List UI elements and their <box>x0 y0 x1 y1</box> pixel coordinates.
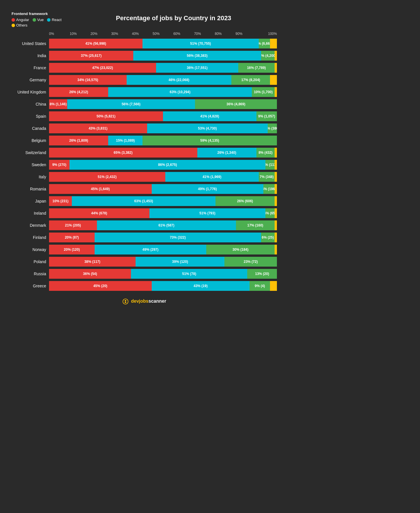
bar-segment-vue: 9% (1,057) <box>256 111 277 121</box>
bar-segment-vue: 30% (184) <box>206 245 275 254</box>
bar-segment-vue: 4% (65) <box>265 208 275 218</box>
bar-segment-angular: 36% (54) <box>49 269 131 279</box>
legend-others: Others <box>12 23 27 27</box>
country-label: Ireland <box>12 211 49 216</box>
bar-segment-others <box>275 220 277 230</box>
bar-segment-others <box>275 148 277 158</box>
bar-segment-others <box>270 281 277 291</box>
country-label: Belgium <box>12 138 49 143</box>
legend-angular: Angular <box>12 18 29 22</box>
bar-segment-react: 49% (297) <box>95 245 206 254</box>
x-axis: 0%10%20%30%40%50%60%70%80%90%100% <box>49 32 277 36</box>
bars-container: United States41% (56,998)51% (70,755)5% … <box>12 38 277 293</box>
country-label: United States <box>12 41 49 46</box>
bar-segment-vue: 36% (4,869) <box>195 99 277 109</box>
bar-row: Italy51% (2,432)41% (1,969)7% (348) <box>12 171 277 182</box>
bar-segment-others <box>275 63 277 73</box>
vue-dot <box>33 18 36 22</box>
bar-track: 20% (87)73% (322)6% (25) <box>49 233 277 242</box>
legend-row-1: Angular Vue React <box>12 18 61 22</box>
bar-row: Russia36% (54)51% (78)13% (20) <box>12 268 277 279</box>
bar-track: 50% (5,821)41% (4,828)9% (1,057) <box>49 111 277 121</box>
legend: Frontend framework Angular Vue React <box>12 12 61 27</box>
brand-suffix: scanner <box>149 299 166 304</box>
bar-track: 26% (1,809)15% (1,089)59% (4,135) <box>49 136 277 145</box>
bar-track: 36% (54)51% (78)13% (20) <box>49 269 277 279</box>
bar-segment-react: 43% (19) <box>152 281 250 291</box>
country-label: Switzerland <box>12 150 49 155</box>
bar-track: 45% (20)43% (19)9% (4) <box>49 281 277 291</box>
bar-segment-react: 41% (4,828) <box>163 111 256 121</box>
footer: devjobsscanner <box>12 298 277 305</box>
bar-segment-angular: 65% (3,382) <box>49 148 197 158</box>
brand-name: devjobs <box>131 299 148 304</box>
bar-row: Germany34% (16,575)46% (22,068)17% (8,20… <box>12 74 277 85</box>
bar-segment-angular: 10% (231) <box>49 196 72 206</box>
bar-row: United States41% (56,998)51% (70,755)5% … <box>12 38 277 49</box>
bar-segment-react: 73% (322) <box>95 233 261 242</box>
x-tick-5: 50% <box>153 32 173 36</box>
bar-segment-vue: 8% (432) <box>256 148 275 158</box>
bar-row: China8% (1,146)56% (7,566)36% (4,869) <box>12 99 277 110</box>
bar-segment-others <box>270 75 277 85</box>
bar-segment-vue: 13% (20) <box>247 269 277 279</box>
bar-segment-react: 15% (1,089) <box>108 136 142 145</box>
bar-segment-react: 49% (1,776) <box>152 184 263 194</box>
bar-segment-others <box>275 245 277 254</box>
chart-title: Percentage of jobs by Country in 2023 <box>70 12 277 22</box>
bar-row: Spain50% (5,821)41% (4,828)9% (1,057) <box>12 111 277 122</box>
country-label: Germany <box>12 78 49 82</box>
bar-segment-angular: 26% (1,809) <box>49 136 108 145</box>
x-tick-6: 60% <box>173 32 194 36</box>
bar-segment-vue: 7% (348) <box>259 172 275 182</box>
bar-segment-react: 51% (793) <box>149 208 266 218</box>
country-label: Russia <box>12 272 49 276</box>
country-label: Greece <box>12 284 49 288</box>
bar-segment-angular: 34% (16,575) <box>49 75 127 85</box>
bar-row: Sweden9% (270)86% (2,675)4% (113) <box>12 159 277 170</box>
others-label: Others <box>16 23 27 27</box>
x-tick-1: 10% <box>70 32 91 36</box>
bar-segment-others <box>275 233 277 242</box>
country-label: Italy <box>12 175 49 179</box>
chart-area: 0%10%20%30%40%50%60%70%80%90%100% United… <box>12 32 277 293</box>
vue-label: Vue <box>37 18 44 22</box>
country-label: United Kingdom <box>12 90 49 94</box>
bar-segment-angular: 38% (117) <box>49 257 136 267</box>
bar-row: Greece45% (20)43% (19)9% (4) <box>12 280 277 291</box>
bar-segment-others <box>275 196 277 206</box>
angular-dot <box>12 18 15 22</box>
bar-segment-vue: 9% (4) <box>250 281 270 291</box>
bar-row: France47% (23,022)36% (17,551)16% (7,789… <box>12 62 277 73</box>
bar-segment-angular: 47% (23,022) <box>49 63 156 73</box>
bar-segment-angular: 45% (1,649) <box>49 184 152 194</box>
x-tick-9: 90% <box>235 32 256 36</box>
bar-segment-angular: 8% (1,146) <box>49 99 67 109</box>
bar-segment-vue: 26% (606) <box>215 196 275 206</box>
bar-segment-vue: 6% (25) <box>261 233 275 242</box>
country-label: Poland <box>12 259 49 264</box>
bar-row: Belgium26% (1,809)15% (1,089)59% (4,135) <box>12 135 277 146</box>
bar-segment-others <box>275 51 277 61</box>
bar-segment-react: 41% (1,969) <box>165 172 259 182</box>
country-label: Sweden <box>12 162 49 167</box>
bar-row: Finland20% (87)73% (322)6% (25) <box>12 232 277 243</box>
country-label: Finland <box>12 235 49 240</box>
brand-icon <box>122 298 129 305</box>
bar-segment-others <box>275 172 277 182</box>
bar-segment-others <box>275 160 277 170</box>
country-label: India <box>12 53 49 58</box>
country-label: Canada <box>12 126 49 131</box>
react-dot <box>47 18 50 22</box>
bar-row: Switzerland65% (3,382)26% (1,340)8% (432… <box>12 147 277 158</box>
bar-row: Norway20% (120)49% (297)30% (184) <box>12 244 277 255</box>
bar-row: United Kingdom26% (4,212)63% (10,294)10%… <box>12 87 277 98</box>
bar-segment-react: 26% (1,340) <box>197 148 256 158</box>
bar-track: 51% (2,432)41% (1,969)7% (348) <box>49 172 277 182</box>
bar-segment-react: 86% (2,675) <box>70 160 265 170</box>
country-label: Spain <box>12 114 49 119</box>
legend-row-2: Others <box>12 23 61 27</box>
bar-track: 21% (205)61% (587)17% (160) <box>49 220 277 230</box>
bar-segment-angular: 43% (3,831) <box>49 123 147 133</box>
bar-segment-react: 53% (4,730) <box>147 123 268 133</box>
